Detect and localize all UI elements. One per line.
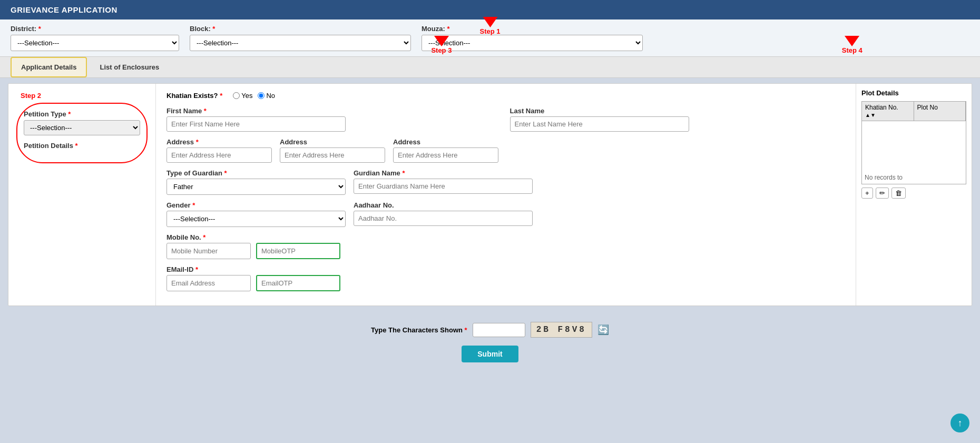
step3-arrow [434, 36, 449, 46]
petition-type-select[interactable]: ---Selection--- [24, 120, 140, 135]
plot-details-title: Plot Details [861, 89, 966, 97]
captcha-input[interactable] [473, 323, 525, 337]
guardian-name-label: Gurdian Name * [354, 169, 533, 177]
first-name-input[interactable] [166, 116, 346, 132]
tab-list-of-enclosures[interactable]: List of Enclosures [89, 57, 170, 77]
gender-label: Gender * [166, 201, 346, 209]
guardian-type-select[interactable]: Father Mother Husband Other [166, 179, 346, 195]
submit-button[interactable]: Submit [462, 346, 518, 362]
address2-col: Address [280, 138, 385, 163]
khatian-yes-label[interactable]: Yes [233, 92, 252, 100]
khatian-no-col-header: Khatian No. ▲▼ [862, 102, 914, 121]
email-row: EMail-ID * [166, 265, 845, 291]
no-records-text: No records to [865, 174, 903, 181]
khatian-no-label[interactable]: No [258, 92, 275, 100]
khatian-exists-label: Khatian Exists? * [166, 92, 222, 100]
step1-arrow [483, 17, 497, 27]
last-name-input[interactable] [510, 116, 689, 132]
address-row: Address * Address Address [166, 138, 845, 163]
mobile-col: Mobile No. * [166, 233, 340, 259]
step4-indicator: Step 4 [842, 36, 863, 54]
mouza-label: Mouza: * [422, 25, 643, 33]
last-name-label: Last Name [510, 107, 846, 115]
step3-indicator: Step 3 [431, 36, 452, 54]
khatian-row: Khatian Exists? * Yes No [166, 92, 845, 100]
captcha-refresh-button[interactable]: 🔄 [597, 324, 609, 336]
address3-label: Address [393, 138, 498, 146]
step4-arrow [845, 36, 859, 46]
first-name-label: First Name * [166, 107, 502, 115]
email-otp-input[interactable] [256, 275, 340, 291]
aadhaar-col: Aadhaar No. [354, 201, 533, 227]
edit-plot-button[interactable]: ✏ [876, 188, 889, 199]
address3-col: Address [393, 138, 498, 163]
delete-plot-button[interactable]: 🗑 [891, 188, 906, 199]
petition-type-label: Petition Type * [24, 110, 140, 118]
left-panel: Step 2 Petition Type * ---Selection--- P… [8, 84, 156, 306]
guardian-type-col: Type of Guardian * Father Mother Husband… [166, 169, 346, 195]
first-name-col: First Name * [166, 107, 502, 132]
plot-no-col-header: Plot No [914, 102, 966, 121]
mouza-group: Mouza: * ---Selection--- [422, 25, 643, 51]
center-form-panel: Khatian Exists? * Yes No First Name * [156, 84, 856, 306]
step1-label: Step 1 [479, 27, 500, 35]
address2-label: Address [280, 138, 385, 146]
captcha-label: Type The Characters Shown * [371, 326, 467, 334]
app-title: GRIEVANCE APPLICATION [11, 5, 117, 14]
khatian-no-radio[interactable] [258, 92, 264, 99]
khatian-yes-radio[interactable] [233, 92, 240, 99]
sort-icon: ▲▼ [865, 112, 876, 118]
block-group: Block: * ---Selection--- [190, 25, 411, 51]
tabs-area: Step 3 Step 4 Applicant Details List of … [0, 57, 980, 78]
block-label: Block: * [190, 25, 411, 33]
block-select[interactable]: ---Selection--- [190, 35, 411, 51]
mobile-label: Mobile No. * [166, 233, 340, 241]
khatian-radio-group: Yes No [233, 92, 275, 100]
gender-select[interactable]: ---Selection--- Male Female Other [166, 211, 346, 227]
mouza-select[interactable]: ---Selection--- [422, 35, 643, 51]
petition-details-group: Petition Details * [24, 142, 140, 150]
petition-details-label: Petition Details * [24, 142, 140, 150]
step4-label: Step 4 [842, 46, 863, 54]
mobile-input[interactable] [166, 243, 251, 259]
captcha-image: 2B F8V8 [531, 322, 592, 338]
petition-wrapper: Petition Type * ---Selection--- Petition… [16, 103, 148, 163]
step2-label: Step 2 [21, 92, 148, 100]
district-group: District: * ---Selection--- [11, 25, 179, 51]
district-label: District: * [11, 25, 179, 33]
mobile-otp-input[interactable] [256, 243, 340, 259]
plot-table-header: Khatian No. ▲▼ Plot No [861, 101, 966, 121]
last-name-col: Last Name [510, 107, 846, 132]
email-col: EMail-ID * [166, 265, 340, 291]
step3-label: Step 3 [431, 46, 452, 54]
step1-indicator: Step 1 [479, 17, 500, 35]
captcha-row: Type The Characters Shown * 2B F8V8 🔄 [11, 322, 969, 338]
gender-aadhaar-row: Gender * ---Selection--- Male Female Oth… [166, 201, 845, 227]
aadhaar-input[interactable] [354, 211, 533, 226]
scroll-to-top-button[interactable]: ↑ [950, 414, 969, 432]
plot-actions: + ✏ 🗑 [861, 188, 966, 199]
guardian-type-label: Type of Guardian * [166, 169, 346, 177]
main-content: Step 2 Petition Type * ---Selection--- P… [8, 83, 972, 306]
aadhaar-label: Aadhaar No. [354, 201, 533, 209]
tab-applicant-details[interactable]: Applicant Details [11, 57, 87, 77]
bottom-section: Type The Characters Shown * 2B F8V8 🔄 Su… [0, 311, 980, 373]
name-row: First Name * Last Name [166, 107, 845, 132]
gender-col: Gender * ---Selection--- Male Female Oth… [166, 201, 346, 227]
guardian-row: Type of Guardian * Father Mother Husband… [166, 169, 845, 195]
tabs-bar: Applicant Details List of Enclosures [0, 57, 980, 78]
address2-input[interactable] [280, 147, 385, 163]
address1-col: Address * [166, 138, 272, 163]
email-label: EMail-ID * [166, 265, 340, 273]
plot-details-panel: Plot Details Khatian No. ▲▼ Plot No No r… [856, 84, 972, 306]
address3-input[interactable] [393, 147, 498, 163]
guardian-name-col: Gurdian Name * [354, 169, 533, 195]
guardian-name-input[interactable] [354, 179, 533, 194]
address1-input[interactable] [166, 147, 272, 163]
address1-label: Address * [166, 138, 272, 146]
petition-type-group: Petition Type * ---Selection--- [24, 110, 140, 135]
add-plot-button[interactable]: + [861, 188, 873, 199]
mobile-row: Mobile No. * [166, 233, 845, 259]
email-input[interactable] [166, 275, 251, 291]
district-select[interactable]: ---Selection--- [11, 35, 179, 51]
